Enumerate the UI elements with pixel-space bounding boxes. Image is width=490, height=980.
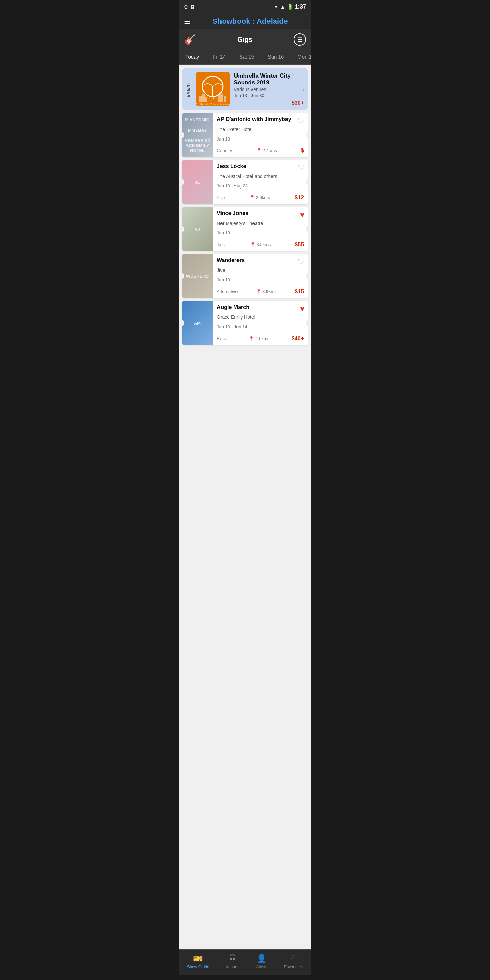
featured-event-favorite-button[interactable]: ♡ — [288, 72, 294, 81]
show-guide-icon: 🎫 — [193, 954, 203, 963]
gig-favorite-button-jess-locke[interactable]: ♡ — [298, 163, 305, 172]
gig-genre: Pop — [217, 195, 224, 200]
gig-favorite-button-wanderers[interactable]: ♡ — [298, 257, 305, 266]
gig-card-jess-locke[interactable]: JL Jess Locke The Austral Hotel and othe… — [182, 160, 308, 204]
gig-name: Augie March — [217, 304, 304, 310]
event-label: EVENT — [186, 81, 192, 97]
tab-mon17[interactable]: Mon 17 — [291, 50, 311, 64]
gig-image-label: P ANTONIOMMYBAYVEMBER 22ACE EMILY HOTEL — [182, 116, 213, 154]
favourites-icon: ♡ — [290, 954, 298, 963]
alarm-icon: ⊙ — [184, 4, 188, 10]
list-options-button[interactable]: ☰ — [294, 33, 306, 46]
tab-sun16[interactable]: Sun 16 — [261, 50, 291, 64]
artists-icon: 👤 — [256, 954, 267, 963]
gigs-header: 🎸 Gigs ☰ — [179, 29, 311, 50]
svg-rect-3 — [199, 96, 202, 102]
gig-image-label: AM — [192, 319, 202, 327]
gig-date: Jun 13 — [217, 277, 304, 282]
svg-rect-8 — [224, 96, 226, 102]
gig-image-vince-jones: VJ — [182, 207, 213, 251]
gigs-list: EVENT WINTER CITY SOUNDS 2019 Umbrella W… — [179, 65, 311, 950]
nav-venues-label: Venues — [226, 965, 240, 969]
nav-artists[interactable]: 👤 Artists — [252, 953, 271, 971]
nav-venues[interactable]: 🏛 Venues — [222, 953, 243, 971]
gig-card-ap-dantonio[interactable]: P ANTONIOMMYBAYVEMBER 22ACE EMILY HOTEL … — [182, 113, 308, 157]
featured-event-card[interactable]: EVENT WINTER CITY SOUNDS 2019 Umbrella W… — [182, 68, 308, 110]
gig-image-ap-dantonio: P ANTONIOMMYBAYVEMBER 22ACE EMILY HOTEL — [182, 113, 213, 157]
gig-details-vince-jones: Vince Jones Her Majesty's Theatre Jun 13… — [213, 207, 308, 251]
svg-text:WINTER CITY SOUNDS 2019: WINTER CITY SOUNDS 2019 — [196, 102, 230, 105]
recent-apps-button[interactable]: ■ — [288, 978, 292, 980]
tab-today[interactable]: Today — [179, 50, 206, 64]
gig-favorite-button-augie-march[interactable]: ♥ — [300, 304, 305, 313]
svg-rect-7 — [221, 94, 223, 102]
gig-details-ap-dantonio: AP D'antonio with Jimmybay The Exeter Ho… — [213, 113, 308, 157]
gig-image-jess-locke: JL — [182, 160, 213, 204]
gig-distance: 📍 4.0kms — [249, 336, 269, 341]
gig-venue: Her Majesty's Theatre — [217, 221, 304, 226]
status-icons-left: ⊙ ▦ — [184, 4, 195, 10]
gig-price: $55 — [295, 242, 304, 248]
gig-name: Wanderers — [217, 257, 304, 263]
gig-meta: Pop 📍 2.6kms $12 — [217, 195, 304, 201]
gig-image-augie-march: AM — [182, 301, 213, 345]
gig-genre: Rock — [217, 336, 227, 341]
nav-favourites-label: Favourites — [284, 965, 303, 969]
gig-genre: Jazz — [217, 242, 226, 247]
android-navigation-bar: ◄ ● ■ — [179, 975, 311, 980]
tab-sat15[interactable]: Sat 15 — [232, 50, 261, 64]
nav-artists-label: Artists — [256, 965, 267, 969]
gig-favorite-button-ap-dantonio[interactable]: ♡ — [298, 116, 305, 125]
gig-meta: Rock 📍 4.0kms $40+ — [217, 336, 304, 342]
gig-price: $15 — [295, 288, 304, 295]
gig-image-label: VJ — [193, 225, 202, 233]
gig-distance: 📍 2.6kms — [250, 195, 270, 200]
gig-genre: Alternative — [217, 289, 237, 294]
gig-card-vince-jones[interactable]: VJ Vince Jones Her Majesty's Theatre Jun… — [182, 207, 308, 251]
nav-favourites[interactable]: ♡ Favourites — [280, 953, 307, 971]
gig-favorite-button-vince-jones[interactable]: ♥ — [300, 210, 305, 219]
venues-icon: 🏛 — [229, 954, 237, 963]
gig-card-augie-march[interactable]: AM Augie March Grace Emily Hotel Jun 13 … — [182, 301, 308, 345]
svg-rect-6 — [218, 95, 220, 102]
gig-date: Jun 13 — [217, 137, 304, 142]
gig-image-wanderers: WDERERS — [182, 254, 213, 298]
featured-event-venue: Various venues — [234, 87, 304, 92]
gig-meta: Country 📍 2.4kms $ — [217, 148, 304, 154]
featured-event-date: Jun 13 - Jun 30 — [234, 93, 304, 98]
signal-icon: ▲ — [280, 4, 285, 10]
nav-show-guide-label: Show Guide — [187, 965, 209, 969]
gig-date: Jun 13 — [217, 231, 304, 235]
status-time: 1:37 — [295, 4, 306, 10]
gig-meta: Jazz 📍 3.5kms $55 — [217, 242, 304, 248]
guitarist-icon: 🎸 — [184, 34, 196, 45]
tab-fri14[interactable]: Fri 14 — [206, 50, 232, 64]
featured-event-chevron-icon: › — [302, 86, 305, 93]
top-bar: ☰ Showbook : Adelaide — [179, 14, 311, 29]
wifi-icon: ▼ — [274, 4, 278, 10]
gig-venue: Jive — [217, 267, 304, 273]
day-tabs: Today Fri 14 Sat 15 Sun 16 Mon 17 Tue 18 — [179, 50, 311, 65]
sd-card-icon: ▦ — [190, 4, 195, 10]
gig-card-wanderers[interactable]: WDERERS Wanderers Jive Jun 13 Alternativ… — [182, 254, 308, 298]
gig-date: Jun 13 - Jun 14 — [217, 324, 304, 329]
gig-distance: 📍 3.5kms — [250, 242, 271, 247]
svg-rect-4 — [202, 94, 205, 102]
gig-venue: The Austral Hotel and others — [217, 173, 304, 179]
gig-details-jess-locke: Jess Locke The Austral Hotel and others … — [213, 160, 308, 204]
nav-show-guide[interactable]: 🎫 Show Guide — [183, 953, 213, 971]
gig-distance: 📍 2.4kms — [256, 148, 277, 153]
gig-genre: Country — [217, 148, 232, 153]
bottom-navigation: 🎫 Show Guide 🏛 Venues 👤 Artists ♡ Favour… — [179, 950, 311, 975]
back-button[interactable]: ◄ — [198, 978, 205, 980]
gig-distance: 📍 3.9kms — [256, 289, 277, 294]
status-icons-right: ▼ ▲ 🔋 1:37 — [274, 4, 306, 10]
gig-price: $40+ — [292, 336, 304, 342]
gig-details-augie-march: Augie March Grace Emily Hotel Jun 13 - J… — [213, 301, 308, 345]
status-bar: ⊙ ▦ ▼ ▲ 🔋 1:37 — [179, 0, 311, 14]
home-button[interactable]: ● — [244, 978, 248, 980]
gig-venue: The Exeter Hotel — [217, 127, 304, 132]
hamburger-menu-button[interactable]: ☰ — [184, 18, 190, 25]
app-title: Showbook : Adelaide — [194, 17, 306, 26]
gig-price: $12 — [295, 195, 304, 201]
